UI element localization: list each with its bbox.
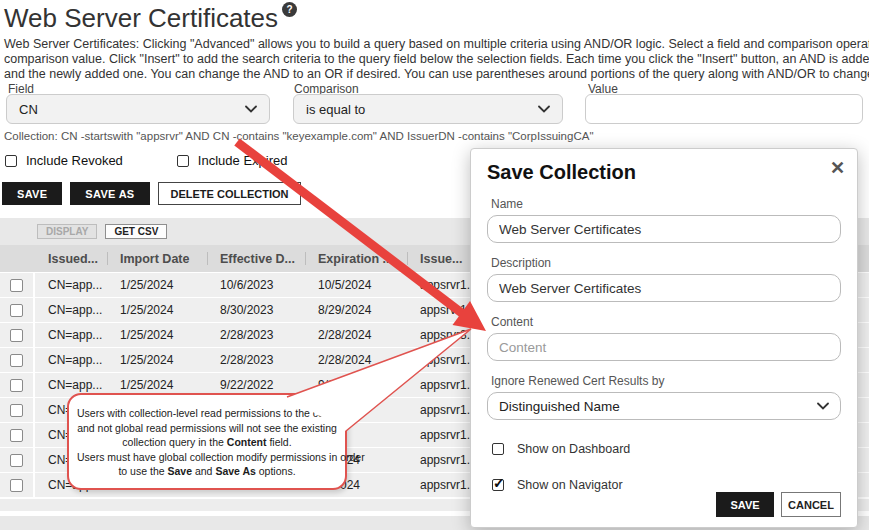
cell-effective-date: 8/30/2023 [207,303,305,317]
header-issued-dn[interactable]: Issued... [35,252,107,266]
show-on-navigator-checkbox[interactable]: Show on Navigator [492,478,841,492]
cell-effective-date-text: 10/6/2023 [220,278,273,292]
column-divider [207,252,208,265]
row-select-cell [0,323,35,347]
cell-import-date-text: 1/25/2024 [120,278,173,292]
chevron-down-icon [817,402,829,410]
include-revoked-checkbox[interactable]: Include Revoked [5,153,123,168]
row-checkbox[interactable] [10,354,23,367]
row-checkbox[interactable] [10,479,23,492]
delete-collection-button[interactable]: DELETE COLLECTION [158,182,302,205]
help-icon[interactable]: ? [282,2,297,17]
cell-effective-date: 2/28/2023 [207,353,305,367]
save-as-button[interactable]: SAVE AS [70,182,149,205]
cell-issuer-dn-text: appsrvr8.. [420,328,473,342]
content-input[interactable] [487,333,841,361]
checkbox-icon[interactable] [177,155,189,167]
cell-import-date: 1/25/2024 [107,353,207,367]
cell-issued-dn: CN=app... [35,378,107,392]
header-expiration-date[interactable]: Expiration ... [305,252,407,266]
get-csv-button[interactable]: GET CSV [105,224,167,239]
cell-issuer-dn-text: appsrvr1.. [420,378,473,392]
description-input[interactable] [487,274,841,302]
cell-expiration-date: 9/21/2024 [305,378,407,392]
show-on-navigator-label: Show on Navigator [517,478,623,492]
cell-expiration-date-text: 9/21/2024 [318,378,371,392]
comparison-select[interactable]: is equal to [293,94,563,124]
cell-issued-dn-text: CN=app... [48,328,102,342]
header-import-date[interactable]: Import Date [107,252,207,266]
ignore-renewed-label: Ignore Renewed Cert Results by [491,374,841,388]
ignore-renewed-select[interactable]: Distinguished Name [487,392,841,420]
cell-issuer-dn-text: appsrvr1.. [420,403,473,417]
close-icon[interactable]: ✕ [830,159,845,177]
column-divider [107,252,108,265]
cell-expiration-date-text: 10/5/2024 [318,278,371,292]
show-on-dashboard-label: Show on Dashboard [517,442,630,456]
cell-effective-date-text: 2/28/2023 [220,353,273,367]
checkbox-icon[interactable] [5,155,17,167]
cell-issued-dn-text: CN=app... [48,378,102,392]
row-select-cell [0,298,35,322]
cell-issuer-dn-text: appsrvr1.. [420,478,473,492]
display-button[interactable]: DISPLAY [37,224,97,239]
cell-expiration-date: 10/5/2024 [305,278,407,292]
cell-issuer-dn-text: appsrvr1.. [420,453,473,467]
comparison-select-value: is equal to [306,102,365,117]
modal-title: Save Collection [487,161,841,184]
cell-expiration-date: 2/28/2024 [305,328,407,342]
field-select-value: CN [19,102,38,117]
page-description-line: comparison value. Click "Insert" to add … [4,52,869,67]
page-header: Web Server Certificates? Web Server Cert… [4,2,869,82]
checkbox-icon[interactable] [492,443,504,455]
cell-issued-dn-text: CN=app... [48,353,102,367]
callout-line: to use the Save and Save As options. [77,464,337,479]
modal-cancel-button[interactable]: CANCEL [781,492,841,517]
row-checkbox[interactable] [10,304,23,317]
cell-expiration-date-text: 2/28/2024 [318,353,371,367]
include-options: Include Revoked Include Expired [5,153,287,168]
include-expired-label: Include Expired [198,153,288,168]
row-checkbox[interactable] [10,429,23,442]
cell-expiration-date: 8/29/2024 [305,303,407,317]
content-label: Content [491,315,841,329]
save-button[interactable]: SAVE [2,182,62,205]
description-label: Description [491,256,841,270]
include-revoked-label: Include Revoked [26,153,123,168]
callout-line: Users must have global collection modify… [77,450,337,465]
cell-effective-date: 2/28/2023 [207,328,305,342]
chevron-down-icon [538,105,550,113]
modal-save-button[interactable]: SAVE [716,492,774,517]
cell-import-date-text: 1/25/2024 [120,328,173,342]
cell-expiration-date-text: 2/28/2024 [318,328,371,342]
save-collection-modal: Save Collection ✕ Name Description Conte… [470,148,858,528]
cell-issued-dn: CN=app... [35,303,107,317]
value-input[interactable] [585,94,863,124]
include-expired-checkbox[interactable]: Include Expired [177,153,288,168]
row-checkbox[interactable] [10,379,23,392]
cell-effective-date: 10/6/2023 [207,278,305,292]
row-checkbox[interactable] [10,404,23,417]
cell-import-date: 1/25/2024 [107,328,207,342]
modal-actions: SAVE CANCEL [716,492,841,517]
cell-issued-dn-text: CN=app... [48,278,102,292]
page-title: Web Server Certificates [4,3,278,33]
collection-actions: SAVE SAVE AS DELETE COLLECTION [2,182,301,205]
field-select[interactable]: CN [6,94,270,124]
row-checkbox[interactable] [10,329,23,342]
show-on-dashboard-checkbox[interactable]: Show on Dashboard [492,442,841,456]
chevron-down-icon [245,105,257,113]
cell-import-date: 1/25/2024 [107,278,207,292]
checkbox-checked-icon[interactable] [492,479,504,491]
name-input[interactable] [487,215,841,243]
row-checkbox[interactable] [10,454,23,467]
row-checkbox[interactable] [10,279,23,292]
name-label: Name [491,197,841,211]
row-select-cell [0,448,35,472]
header-effective-date[interactable]: Effective D... [207,252,305,266]
cell-issuer-dn-text: appsrvr1.. [420,278,473,292]
cell-issuer-dn-text: appsrvr1.. [420,428,473,442]
cell-expiration-date-text: 8/29/2024 [318,303,371,317]
column-divider [305,252,306,265]
column-divider [407,252,408,265]
